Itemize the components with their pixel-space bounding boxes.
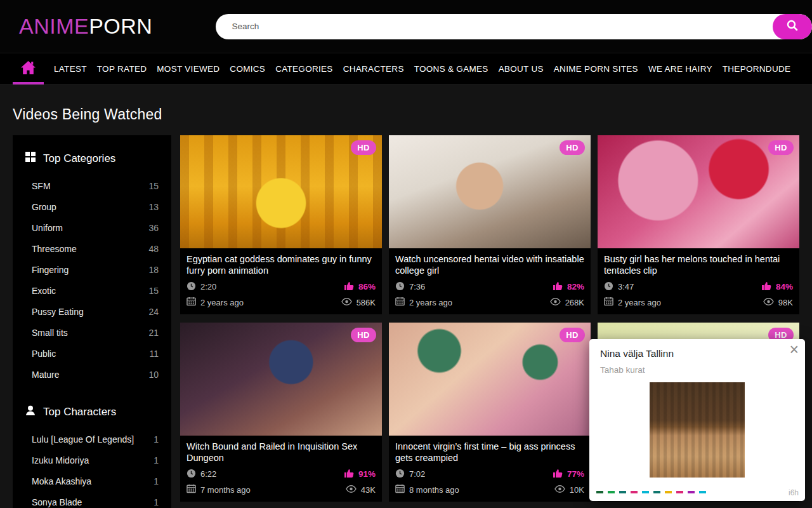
logo-part-anime: ANIME [19, 14, 89, 38]
video-card-2[interactable]: HD Watch uncensored hentai video with in… [389, 135, 591, 314]
video-views: 10K [570, 485, 584, 495]
video-views: 268K [565, 298, 584, 307]
video-card-body: Innocent virgin’s first time – big ass p… [389, 436, 591, 502]
video-title[interactable]: Witch Bound and Railed in Inquisition Se… [187, 441, 376, 464]
video-age: 8 months ago [409, 485, 459, 495]
video-thumbnail[interactable]: HD [389, 135, 591, 248]
video-duration: 3:47 [618, 282, 634, 291]
video-thumbnail[interactable]: HD [180, 323, 382, 436]
category-item-uniform[interactable]: Uniform 36 [24, 217, 160, 238]
thumbs-up-icon [344, 468, 354, 480]
sidebar-item-label: Group [32, 202, 56, 212]
nav-item-theporndude[interactable]: THEPORNDUDE [723, 64, 791, 74]
eye-icon [554, 485, 565, 495]
sidebar-item-count: 48 [148, 244, 159, 254]
nav-item-we-are-hairy[interactable]: WE ARE HAIRY [648, 64, 712, 74]
video-views: 586K [357, 298, 376, 307]
character-item-moka-akashiya[interactable]: Moka Akashiya 1 [24, 471, 160, 491]
nav-item-categories[interactable]: CATEGORIES [275, 64, 333, 74]
site-logo[interactable]: ANIMEPORN [19, 14, 152, 39]
search-button[interactable] [773, 14, 812, 39]
nav-item-anime-porn-sites[interactable]: ANIME PORN SITES [554, 64, 638, 74]
category-item-public[interactable]: Public 11 [24, 343, 160, 364]
calendar-icon [395, 297, 405, 308]
video-card-4[interactable]: HD Witch Bound and Railed in Inquisition… [180, 323, 382, 502]
category-item-exotic[interactable]: Exotic 15 [24, 280, 160, 301]
hd-badge: HD [351, 328, 376, 342]
character-item-lulu-league-of-legends[interactable]: Lulu [League Of Legends] 1 [24, 429, 160, 450]
sidebar-item-count: 36 [148, 223, 159, 233]
sidebar-item-label: Lulu [League Of Legends] [32, 434, 134, 444]
character-item-sonya-blade[interactable]: Sonya Blade 1 [24, 491, 160, 508]
video-age: 2 years ago [409, 298, 452, 307]
calendar-icon [395, 484, 405, 495]
video-rating: 77% [567, 469, 584, 479]
video-card-3[interactable]: HD Busty girl has her melons touched in … [598, 135, 799, 314]
video-thumbnail[interactable]: HD [389, 323, 591, 436]
nav-item-latest[interactable]: LATEST [54, 64, 87, 74]
nav-item-most-viewed[interactable]: MOST VIEWED [157, 64, 219, 74]
sidebar-item-label: Uniform [32, 223, 63, 233]
ad-popup-title: Nina välja Tallinn [600, 348, 805, 359]
clock-icon [604, 281, 613, 293]
ad-loading-dashes [596, 491, 706, 493]
character-item-izuku-midoriya[interactable]: Izuku Midoriya 1 [24, 450, 160, 471]
nav-item-home[interactable] [13, 53, 44, 84]
nav-item-top-rated[interactable]: TOP RATED [97, 64, 147, 74]
nav-item-characters[interactable]: CHARACTERS [343, 64, 404, 74]
video-thumbnail[interactable]: HD [180, 135, 382, 248]
video-title[interactable]: Watch uncensored hentai video with insat… [395, 253, 584, 277]
eye-icon [763, 298, 774, 307]
category-item-pussy-eating[interactable]: Pussy Eating 24 [24, 301, 160, 322]
category-item-threesome[interactable]: Threesome 48 [24, 238, 160, 259]
nav-item-toons-games[interactable]: TOONS & GAMES [414, 64, 488, 74]
video-title[interactable]: Busty girl has her melons touched in hen… [604, 253, 793, 277]
eye-icon [550, 298, 561, 307]
hd-badge: HD [560, 328, 585, 342]
video-thumbnail[interactable]: HD [598, 135, 799, 248]
video-card-5[interactable]: HD Innocent virgin’s first time – big as… [389, 323, 591, 502]
video-age: 2 years ago [618, 298, 661, 307]
video-meta-row: 2:20 86% [187, 281, 376, 293]
nav-item-comics[interactable]: COMICS [230, 64, 265, 74]
video-meta-row: 7 months ago 43K [187, 484, 376, 495]
video-meta-row: 2 years ago 586K [187, 297, 376, 308]
top-characters-list: Lulu [League Of Legends] 1 Izuku Midoriy… [24, 429, 160, 508]
video-title[interactable]: Egyptian cat goddess dominates guy in fu… [187, 253, 376, 277]
video-duration: 2:20 [200, 282, 216, 291]
video-rating: 91% [358, 469, 376, 479]
category-item-small-tits[interactable]: Small tits 21 [24, 322, 160, 343]
category-item-sfm[interactable]: SFM 15 [24, 175, 160, 196]
loading-dash [596, 491, 603, 493]
video-meta-row: 7:36 82% [395, 281, 584, 293]
video-title[interactable]: Innocent virgin’s first time – big ass p… [395, 441, 584, 464]
grid-icon [25, 152, 36, 165]
video-age: 2 years ago [200, 298, 244, 307]
magnifier-icon [786, 19, 799, 34]
category-item-fingering[interactable]: Fingering 18 [24, 259, 160, 280]
nav-item-about-us[interactable]: ABOUT US [499, 64, 544, 74]
video-card-body: Watch uncensored hentai video with insat… [389, 248, 591, 314]
close-icon[interactable]: × [789, 339, 799, 360]
video-meta-row: 2 years ago 268K [395, 297, 584, 308]
category-item-group[interactable]: Group 13 [24, 196, 160, 217]
sidebar-item-count: 1 [154, 455, 159, 465]
clock-icon [395, 469, 405, 480]
category-item-mature[interactable]: Mature 10 [24, 364, 160, 385]
sidebar-item-count: 1 [154, 497, 159, 507]
top-categories-title: Top Categories [43, 152, 115, 165]
sidebar-item-count: 1 [154, 434, 159, 444]
thumbs-up-icon [553, 281, 563, 293]
video-duration: 7:02 [409, 469, 425, 479]
clock-icon [395, 281, 405, 293]
video-meta-row: 3:47 84% [604, 281, 793, 293]
search-input[interactable] [216, 22, 773, 31]
sidebar-item-count: 24 [148, 307, 159, 317]
video-rating: 82% [567, 282, 584, 291]
calendar-icon [187, 484, 196, 495]
ad-popup[interactable]: × Nina välja Tallinn Tahab kurat i6h [589, 339, 805, 501]
video-meta-row: 8 months ago 10K [395, 484, 584, 495]
ad-photo-placeholder[interactable] [650, 382, 745, 478]
top-characters-header: Top Characters [25, 405, 160, 418]
video-card-1[interactable]: HD Egyptian cat goddess dominates guy in… [180, 135, 382, 314]
